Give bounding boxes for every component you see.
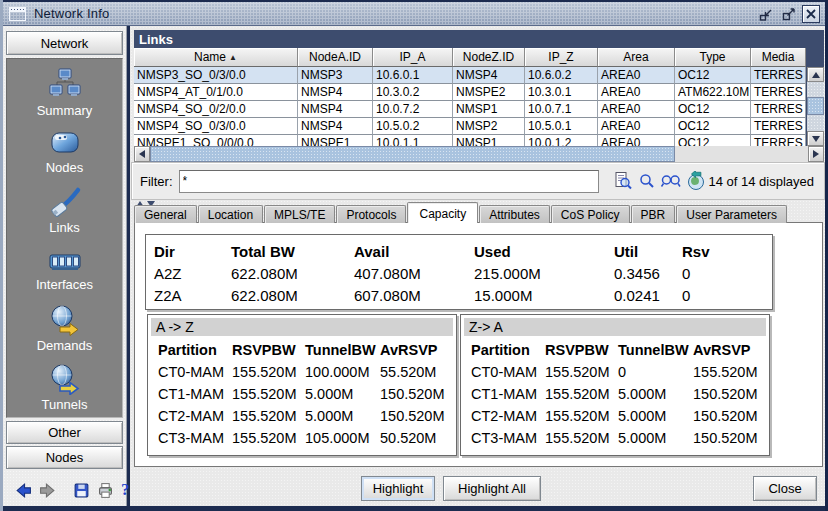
table-cell: 10.3.0.1 (525, 84, 598, 101)
summary-cell: 15.000M (474, 287, 614, 304)
table-cell: TERRES (751, 101, 806, 118)
table-row[interactable]: NMSP4_AT_0/1/0.0 NMSP4 10.3.0.2 NMSPE2 1… (134, 84, 806, 101)
globe-demand-icon (48, 304, 82, 336)
z2a-cell: CT2-MAM (471, 408, 545, 424)
highlight-button[interactable]: Highlight (361, 476, 435, 501)
sidebar-item-interfaces[interactable]: Interfaces (7, 240, 122, 299)
maximize-icon[interactable] (779, 5, 797, 23)
scroll-up-button[interactable] (807, 67, 824, 82)
sidebar-button-nodes[interactable]: Nodes (6, 446, 123, 469)
table-cell: NMSP2 (453, 118, 525, 135)
tab-pbr[interactable]: PBR (631, 205, 676, 223)
sidebar-button-other[interactable]: Other (6, 421, 123, 444)
z2a-title: Z-> A (464, 318, 766, 336)
sidebar-item-nodes[interactable]: Nodes (7, 122, 122, 181)
tab-user-parameters[interactable]: User Parameters (676, 205, 787, 223)
print-icon[interactable] (97, 481, 114, 499)
column-header-ipz[interactable]: IP_Z (525, 48, 598, 67)
table-cell: NMSP3 (298, 67, 373, 84)
sidebar-item-summary[interactable]: Summary (7, 63, 122, 122)
tab-mplste[interactable]: MPLS/TE (264, 205, 335, 223)
node-box-icon (48, 128, 82, 158)
filter-status: 14 of 14 displayed (708, 174, 814, 189)
column-header-name[interactable]: Name▲ (134, 48, 298, 67)
scroll-right-button[interactable] (808, 146, 824, 162)
filter-input[interactable] (179, 170, 599, 193)
a2z-cell: CT3-MAM (158, 430, 232, 446)
forward-icon[interactable] (39, 481, 56, 499)
help-icon[interactable]: ? (121, 481, 130, 499)
vertical-scroll-thumb[interactable] (807, 97, 824, 115)
table-cell: NMSP3_SO_0/3/0.0 (134, 67, 298, 84)
search-all-icon[interactable] (659, 170, 683, 192)
table-row[interactable]: NMSP3_SO_0/3/0.0 NMSP3 10.6.0.1 NMSP4 10… (134, 67, 806, 84)
a2z-cell: 155.520M (232, 430, 305, 446)
summary-col-header: Rsv (682, 243, 772, 260)
horizontal-scroll-thumb[interactable] (150, 146, 675, 162)
sidebar-item-links[interactable]: Links (7, 181, 122, 240)
filter-label: Filter: (140, 174, 173, 189)
sidebar-item-tunnels[interactable]: Tunnels (7, 358, 122, 417)
table-row[interactable]: NMSP4_SO_0/2/0.0 NMSP4 10.0.7.2 NMSP1 10… (134, 101, 806, 118)
column-header-ipa[interactable]: IP_A (373, 48, 453, 67)
vertical-scrollbar[interactable] (807, 67, 824, 146)
table-cell: NMSP4 (298, 118, 373, 135)
sidebar-button-network[interactable]: Network (6, 31, 123, 55)
tab-general[interactable]: General (134, 205, 197, 223)
sidebar-item-label: Links (49, 220, 79, 235)
save-icon[interactable] (73, 481, 90, 499)
scroll-left-button[interactable] (134, 146, 150, 162)
table-row[interactable]: NMSP4_SO_0/3/0.0 NMSP4 10.5.0.2 NMSP2 10… (134, 118, 806, 135)
z2a-row: CT2-MAM 155.520M 5.000M 150.520M (464, 405, 766, 427)
sidebar-item-demands[interactable]: Demands (7, 299, 122, 358)
world-icon[interactable] (683, 170, 707, 192)
highlight-all-button[interactable]: Highlight All (443, 476, 541, 501)
sidebar-item-label: Summary (37, 103, 93, 118)
column-header-type[interactable]: Type (675, 48, 751, 67)
a2z-row: CT2-MAM 155.520M 5.000M 150.520M (151, 405, 453, 427)
links-panel-title: Links (134, 30, 824, 48)
tab-cos-policy[interactable]: CoS Policy (551, 205, 630, 223)
tab-attributes[interactable]: Attributes (479, 205, 550, 223)
search-icon[interactable] (635, 170, 659, 192)
table-cell: TERRES (751, 135, 806, 146)
title-bar[interactable]: Network Info (3, 2, 825, 26)
summary-cell: 0 (682, 265, 772, 282)
column-header-media[interactable]: Media (751, 48, 806, 67)
column-header-nodez[interactable]: NodeZ.ID (453, 48, 525, 67)
close-button[interactable]: Close (753, 476, 817, 501)
a2z-cell: 150.520M (380, 386, 453, 402)
close-icon[interactable] (802, 5, 820, 23)
table-cell: NMSP4_SO_0/2/0.0 (134, 101, 298, 118)
table-cell: TERRES (751, 67, 806, 84)
sidebar: Network Summary (3, 26, 127, 506)
restore-icon[interactable] (756, 5, 774, 23)
column-header-nodea[interactable]: NodeA.ID (298, 48, 373, 67)
table-cell: AREA0 (598, 101, 675, 118)
a2z-col-header: RSVPBW (232, 342, 305, 358)
summary-cell: Z2A (154, 287, 231, 304)
z2a-cell: 0 (618, 364, 693, 380)
horizontal-scrollbar[interactable] (134, 146, 824, 162)
table-cell: 10.3.0.2 (373, 84, 453, 101)
table-cell: 10.5.0.1 (525, 118, 598, 135)
table-cell: AREA0 (598, 84, 675, 101)
back-icon[interactable] (15, 481, 32, 499)
sidebar-item-label: Nodes (46, 160, 84, 175)
z2a-cell: CT0-MAM (471, 364, 545, 380)
tab-protocols[interactable]: Protocols (336, 205, 406, 223)
a2z-col-header: AvRSVP (380, 342, 453, 358)
z2a-cell: 150.520M (693, 430, 766, 446)
filter-details-icon[interactable] (611, 170, 635, 192)
a2z-col-header: TunnelBW (305, 342, 380, 358)
scroll-down-button[interactable] (807, 131, 824, 146)
table-row[interactable]: NMSPE1_SO_0/0/0.0 NMSPE1 10.0.1.1 NMSP1 … (134, 135, 806, 146)
summary-col-header: Used (474, 243, 614, 260)
column-header-area[interactable]: Area (598, 48, 675, 67)
tab-location[interactable]: Location (198, 205, 263, 223)
interface-card-icon (48, 247, 82, 275)
tab-capacity[interactable]: Capacity (407, 202, 478, 223)
summary-cell: 0.3456 (614, 265, 682, 282)
z2a-row: CT0-MAM 155.520M 0 155.520M (464, 361, 766, 383)
a2z-col-header: Partition (158, 342, 232, 358)
